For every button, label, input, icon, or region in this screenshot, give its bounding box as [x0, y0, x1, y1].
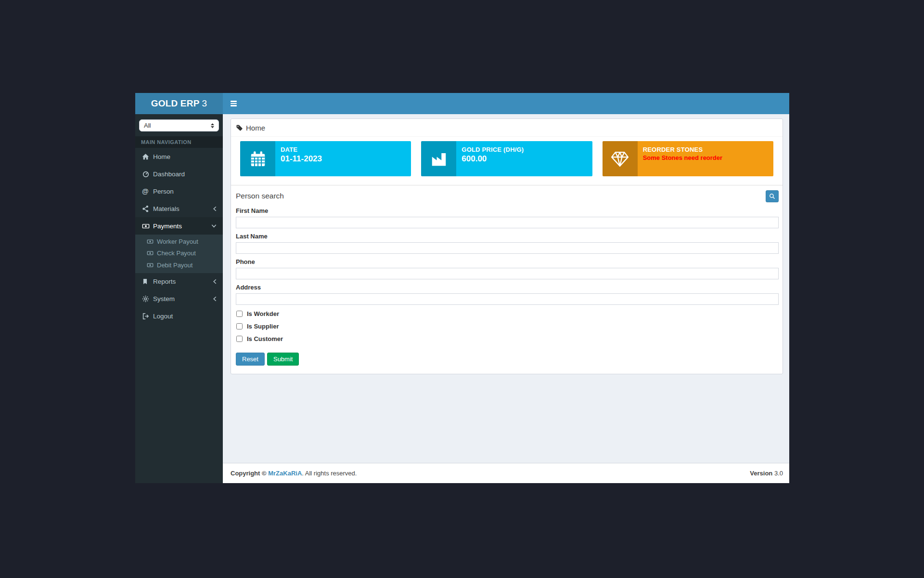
sidebar-subitem-label: Check Payout [157, 250, 196, 257]
hamburger-icon [231, 101, 237, 106]
logout-icon [142, 313, 153, 320]
sidebar-subitem-label: Debit Payout [157, 262, 192, 269]
sidebar-item-label: Materials [153, 205, 180, 212]
sidebar-item-payments[interactable]: Payments [135, 217, 223, 235]
top-bar: GOLD ERP 3 [135, 93, 789, 114]
info-box-label: REORDER STONES [643, 146, 722, 153]
sidebar-subitem-worker-payout[interactable]: Worker Payout [135, 236, 223, 248]
diamond-icon [603, 141, 638, 176]
payments-submenu: Worker Payout Check Payout Debit Payout [135, 235, 223, 273]
is-supplier-checkbox[interactable] [236, 323, 243, 329]
sidebar-toggle-button[interactable] [223, 93, 244, 114]
sidebar-item-label: Reports [153, 278, 176, 285]
footer-rights-text: . All rights reserved. [302, 470, 357, 477]
gear-icon [142, 295, 153, 302]
sidebar-item-label: Logout [153, 313, 173, 320]
is-worker-checkbox[interactable] [236, 311, 243, 317]
footer-version-bold: Version [750, 470, 772, 477]
address-field[interactable] [236, 293, 779, 305]
phone-label: Phone [236, 258, 779, 265]
last-name-field[interactable] [236, 242, 779, 254]
category-select-value: All [144, 122, 151, 129]
is-supplier-label: Is Supplier [247, 323, 279, 330]
chevron-left-icon [212, 206, 217, 212]
sidebar-item-label: Person [153, 188, 174, 195]
last-name-label: Last Name [236, 233, 779, 240]
phone-field[interactable] [236, 268, 779, 279]
first-name-field[interactable] [236, 217, 779, 228]
info-box-alert: Some Stones need reorder [643, 154, 722, 161]
brand-light: 3 [202, 98, 207, 109]
address-label: Address [236, 284, 779, 291]
info-box-label: DATE [281, 146, 322, 153]
page-title-label: Home [246, 124, 265, 132]
content-area: Home DATE 01-11-2023 [223, 114, 789, 463]
info-box-value: 600.00 [462, 154, 524, 164]
person-search-section: Person search First Name [231, 185, 783, 374]
search-icon [769, 193, 775, 199]
footer-author-link[interactable]: MrZaKaRiA [268, 470, 302, 477]
first-name-label: First Name [236, 207, 779, 214]
footer-version: Version 3.0 [750, 470, 783, 477]
sidebar-item-reports[interactable]: Reports [135, 273, 223, 290]
sidebar-item-logout[interactable]: Logout [135, 308, 223, 325]
sidebar-item-label: Home [153, 153, 170, 160]
sidebar: All MAIN NAVIGATION Home Dashboard [135, 114, 223, 483]
money-icon [142, 223, 153, 230]
info-box-gold-price[interactable]: GOLD PRICE (DH/G) 600.00 [421, 141, 592, 176]
calendar-icon [240, 141, 275, 176]
info-box-reorder-stones[interactable]: REORDER STONES Some Stones need reorder [603, 141, 773, 176]
footer: Copyright © MrZaKaRiA. All rights reserv… [223, 463, 789, 483]
chevron-left-icon [212, 278, 217, 285]
page-title: Home [231, 119, 783, 137]
sidebar-section-header: MAIN NAVIGATION [135, 136, 223, 148]
brand-logo[interactable]: GOLD ERP 3 [135, 93, 223, 114]
sidebar-item-dashboard[interactable]: Dashboard [135, 165, 223, 183]
search-button[interactable] [766, 190, 779, 202]
home-panel: Home DATE 01-11-2023 [231, 118, 783, 374]
app-window: GOLD ERP 3 All MAIN NAVIGATION [135, 93, 789, 483]
share-nodes-icon [142, 205, 153, 212]
footer-copyright-bold: Copyright © [231, 470, 267, 477]
info-box-date[interactable]: DATE 01-11-2023 [240, 141, 411, 176]
money-icon [147, 250, 157, 256]
brand-bold: GOLD ERP [151, 98, 200, 109]
sidebar-subitem-debit-payout[interactable]: Debit Payout [135, 259, 223, 271]
sidebar-item-label: System [153, 295, 175, 302]
sidebar-item-system[interactable]: System [135, 290, 223, 308]
footer-copyright: Copyright © MrZaKaRiA. All rights reserv… [231, 470, 357, 477]
reset-button[interactable]: Reset [236, 353, 265, 366]
info-box-row: DATE 01-11-2023 GOLD PRICE (DH/G) 600.00 [231, 137, 783, 185]
money-icon [147, 238, 157, 245]
person-search-title: Person search [236, 192, 284, 200]
home-icon [142, 153, 153, 160]
at-icon: @ [142, 188, 153, 195]
tag-icon [236, 124, 243, 131]
is-customer-label: Is Customer [247, 335, 283, 342]
chevron-left-icon [212, 296, 217, 302]
info-box-label: GOLD PRICE (DH/G) [462, 146, 524, 153]
bookmark-icon [142, 278, 153, 285]
sidebar-item-home[interactable]: Home [135, 148, 223, 165]
sidebar-item-label: Payments [153, 223, 182, 230]
footer-version-number: 3.0 [774, 470, 783, 477]
industry-icon [421, 141, 456, 176]
category-select[interactable]: All [139, 119, 219, 131]
submit-button[interactable]: Submit [267, 353, 299, 366]
navbar [223, 93, 789, 114]
chevron-down-icon [211, 223, 217, 228]
sidebar-item-person[interactable]: @ Person [135, 183, 223, 200]
is-worker-label: Is Workder [247, 310, 279, 317]
sidebar-item-label: Dashboard [153, 171, 185, 178]
sidebar-subitem-label: Worker Payout [157, 238, 198, 245]
sidebar-subitem-check-payout[interactable]: Check Payout [135, 248, 223, 260]
info-box-value: 01-11-2023 [281, 154, 322, 164]
sidebar-item-materials[interactable]: Materials [135, 200, 223, 217]
money-icon [147, 262, 157, 268]
dashboard-icon [142, 171, 153, 178]
is-customer-checkbox[interactable] [236, 336, 243, 342]
